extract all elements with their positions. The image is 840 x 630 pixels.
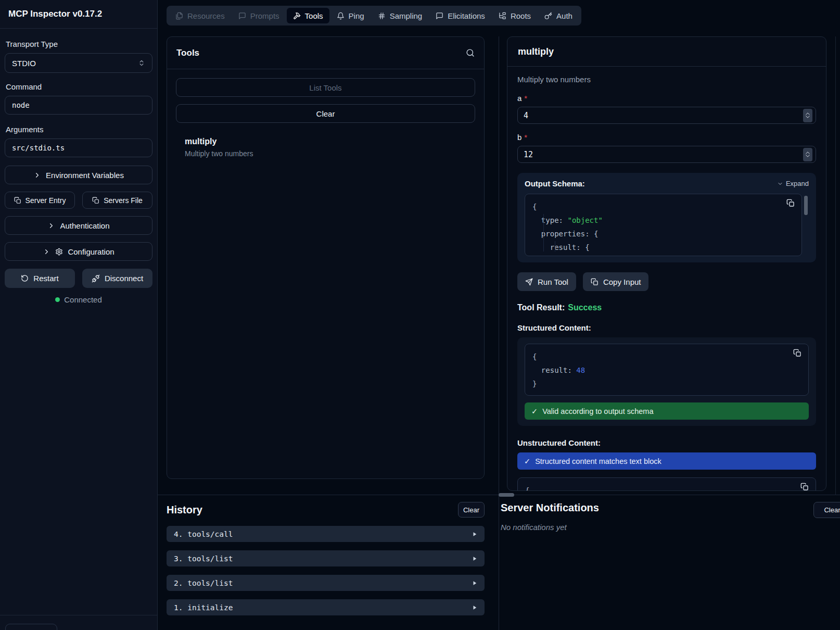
server-entry-label: Server Entry [26,196,66,205]
environment-variables-button[interactable]: Environment Variables [5,166,152,184]
tool-description: Multiply two numbers [185,149,466,158]
schema-scrollbar[interactable] [804,196,808,215]
history-item[interactable]: 4. tools/call [167,526,485,542]
restart-button[interactable]: Restart [5,269,75,288]
list-tools-button[interactable]: List Tools [176,78,475,97]
server-entry-button[interactable]: Server Entry [5,192,75,209]
chevron-right-icon [33,171,41,179]
servers-file-button[interactable]: Servers File [82,192,152,209]
content-match-text: Structured content matches text block [535,457,661,465]
disconnect-button[interactable]: Disconnect [82,269,152,288]
search-icon[interactable] [466,48,475,57]
clear-history-button[interactable]: Clear [458,502,485,518]
connection-status: Connected [5,295,152,304]
unstructured-content-label: Unstructured Content: [517,438,816,447]
clear-tools-button[interactable]: Clear [176,104,475,123]
tab-prompts-label: Prompts [250,11,279,20]
app-title: MCP Inspector v0.17.2 [0,0,157,29]
server-notifications-panel: Server Notifications Clear No notificati… [501,495,840,630]
key-icon [544,12,552,20]
output-schema-label: Output Schema: [525,179,585,188]
bell-icon [337,12,345,20]
server-notifications-title: Server Notifications [501,502,599,514]
authentication-button[interactable]: Authentication [5,216,152,235]
play-icon [472,532,477,537]
structured-content-card: { result: 48 } ✓ Valid according to outp… [517,337,816,426]
copy-input-button[interactable]: Copy Input [583,272,649,291]
copy-icon [591,278,599,286]
status-label: Connected [64,295,102,304]
folder-tree-icon [499,12,506,20]
tool-name: multiply [185,137,466,146]
tab-auth[interactable]: Auth [538,8,579,23]
notifications-empty-text: No notifications yet [501,523,840,532]
history-item[interactable]: 3. tools/list [167,550,485,566]
tab-sampling[interactable]: Sampling [372,8,429,23]
chevrons-up-down-icon [138,59,145,67]
clear-notifications-button[interactable]: Clear [813,502,840,518]
right-scrollbar-track[interactable] [835,36,836,495]
unstructured-content-code: { [517,477,816,491]
history-item-label: 2. tools/list [174,579,233,587]
configuration-label: Configuration [68,247,114,256]
hammer-icon [293,12,301,20]
tab-resources[interactable]: Resources [169,8,231,23]
chevron-right-icon [47,222,55,230]
tab-elicitations-label: Elicitations [448,11,485,20]
tab-prompts[interactable]: Prompts [232,8,286,23]
detail-title: multiply [507,37,826,67]
history-title: History [167,504,202,516]
detail-description: Multiply two numbers [517,75,816,84]
copy-icon [14,197,21,204]
configuration-button[interactable]: Configuration [5,242,152,261]
tab-roots-label: Roots [511,11,531,20]
tool-result-label: Tool Result: [517,303,565,312]
unplug-icon [92,274,100,283]
transport-type-select[interactable]: STDIO [5,53,152,73]
tool-list-item[interactable]: multiply Multiply two numbers [176,137,475,158]
field-a-stepper[interactable] [803,109,812,122]
structured-content-label: Structured Content: [517,323,816,332]
copy-schema-button[interactable] [786,199,795,207]
required-asterisk: * [524,133,527,142]
environment-variables-label: Environment Variables [46,171,124,180]
footer-button[interactable] [5,624,57,630]
history-item[interactable]: 1. initialize [167,599,485,615]
tool-result-status: Success [568,303,602,312]
authentication-label: Authentication [60,221,109,230]
transport-type-label: Transport Type [6,40,152,48]
status-dot [55,297,60,302]
expand-toggle[interactable]: Expand [777,180,809,187]
expand-label: Expand [786,180,809,187]
copy-unstructured-button[interactable] [800,483,809,491]
tab-auth-label: Auth [556,11,572,20]
tab-sampling-label: Sampling [390,11,423,20]
panel-separator-vertical[interactable] [499,36,499,495]
field-b-wrap [517,146,816,163]
tab-tools[interactable]: Tools [287,8,329,23]
field-a-input[interactable] [524,111,803,120]
tab-elicitations[interactable]: Elicitations [429,8,491,23]
top-navbar: Resources Prompts Tools Ping Sampling El… [167,6,581,26]
command-input[interactable] [12,101,145,109]
field-b-stepper[interactable] [803,148,812,161]
history-item-label: 3. tools/list [174,555,233,563]
chevron-down-icon [777,181,783,187]
history-item[interactable]: 2. tools/list [167,575,485,591]
arguments-input[interactable] [12,144,145,152]
structured-content-code: { result: 48 } [525,344,809,396]
tools-panel: Tools List Tools Clear multiply Multiply… [167,36,485,479]
run-tool-label: Run Tool [538,278,568,286]
transport-type-value: STDIO [12,59,36,68]
output-schema-section: Output Schema: Expand { type: "object" p… [517,173,816,262]
check-icon: ✓ [531,407,538,415]
tab-ping[interactable]: Ping [330,8,371,23]
play-icon [472,556,477,561]
copy-structured-button[interactable] [793,349,801,357]
run-tool-button[interactable]: Run Tool [517,272,576,291]
tab-resources-label: Resources [187,11,225,20]
history-item-label: 4. tools/call [174,530,233,538]
field-b-input[interactable] [524,150,803,159]
sidebar: MCP Inspector v0.17.2 Transport Type STD… [0,0,158,630]
tab-roots[interactable]: Roots [492,8,537,23]
